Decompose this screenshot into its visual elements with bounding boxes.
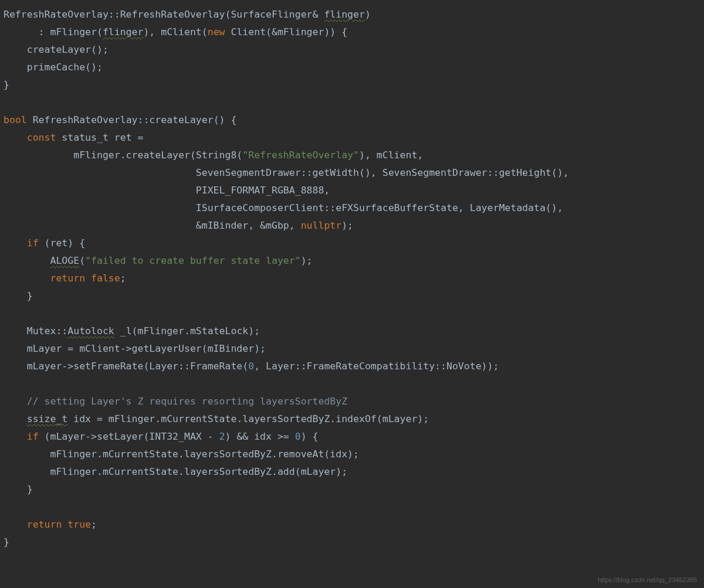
code-line: } <box>4 536 9 548</box>
code-line: PIXEL_FORMAT_RGBA_8888, <box>4 185 330 196</box>
code-line: const status_t ret = <box>4 132 143 143</box>
watermark-text: https://blog.csdn.net/qq_23452385 <box>598 576 697 583</box>
code-line: return false; <box>4 273 126 284</box>
code-line: if (mLayer->setLayer(INT32_MAX - 2) && i… <box>4 431 318 442</box>
code-line: &mIBinder, &mGbp, nullptr); <box>4 220 353 231</box>
code-line: ISurfaceComposerClient::eFXSurfaceBuffer… <box>4 202 563 213</box>
code-line: RefreshRateOverlay::RefreshRateOverlay(S… <box>4 9 371 20</box>
code-line: mLayer->setFrameRate(Layer::FrameRate(0,… <box>4 361 499 372</box>
code-line: } <box>4 79 9 90</box>
code-line: return true; <box>4 519 97 530</box>
code-line: SevenSegmentDrawer::getWidth(), SevenSeg… <box>4 167 569 178</box>
code-line: ssize_t idx = mFlinger.mCurrentState.lay… <box>4 413 429 424</box>
code-line: if (ret) { <box>4 237 85 249</box>
code-line: // setting Layer's Z requires resorting … <box>4 396 347 407</box>
code-line: mFlinger.createLayer(String8("RefreshRat… <box>4 149 423 161</box>
code-line: primeCache(); <box>4 62 103 73</box>
code-line: bool RefreshRateOverlay::createLayer() { <box>4 114 236 125</box>
code-line: : mFlinger(flinger), mClient(new Client(… <box>4 26 347 38</box>
code-block: RefreshRateOverlay::RefreshRateOverlay(S… <box>0 0 704 551</box>
code-line: Mutex::Autolock _l(mFlinger.mStateLock); <box>4 325 260 337</box>
code-line: ALOGE("failed to create buffer state lay… <box>4 255 313 266</box>
code-line: createLayer(); <box>4 44 109 55</box>
code-line: } <box>4 484 33 495</box>
code-line: mLayer = mClient->getLayerUser(mIBinder)… <box>4 343 266 354</box>
code-line: } <box>4 290 33 301</box>
code-line: mFlinger.mCurrentState.layersSortedByZ.r… <box>4 448 359 460</box>
code-line: mFlinger.mCurrentState.layersSortedByZ.a… <box>4 466 347 477</box>
